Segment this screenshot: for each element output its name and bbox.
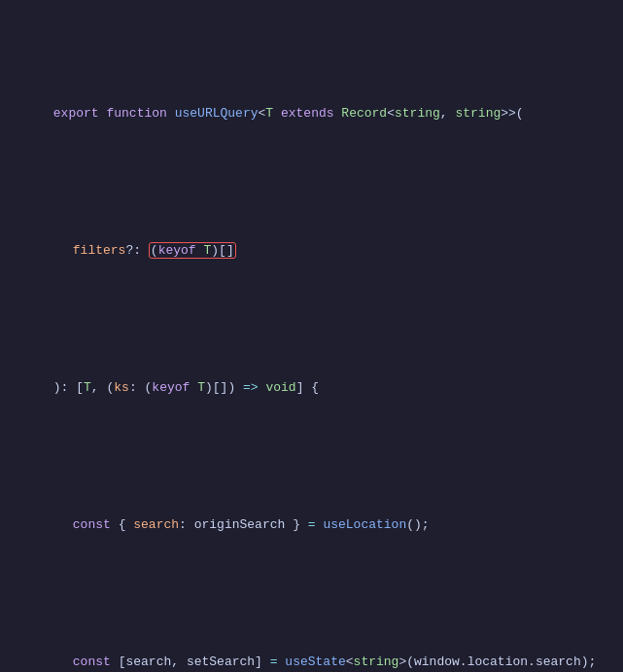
code-line-2: filters?: (keyof T)[] bbox=[0, 222, 623, 280]
code-line-5: const [search, setSearch] = useState<str… bbox=[0, 633, 623, 673]
code-line-1: export function useURLQuery<T extends Re… bbox=[0, 85, 623, 143]
code-line-4: const { search: originSearch } = useLoca… bbox=[0, 496, 623, 554]
code-line-3: ): [T, (ks: (keyof T)[]) => void] { bbox=[0, 359, 623, 417]
code-editor: export function useURLQuery<T extends Re… bbox=[0, 0, 623, 672]
